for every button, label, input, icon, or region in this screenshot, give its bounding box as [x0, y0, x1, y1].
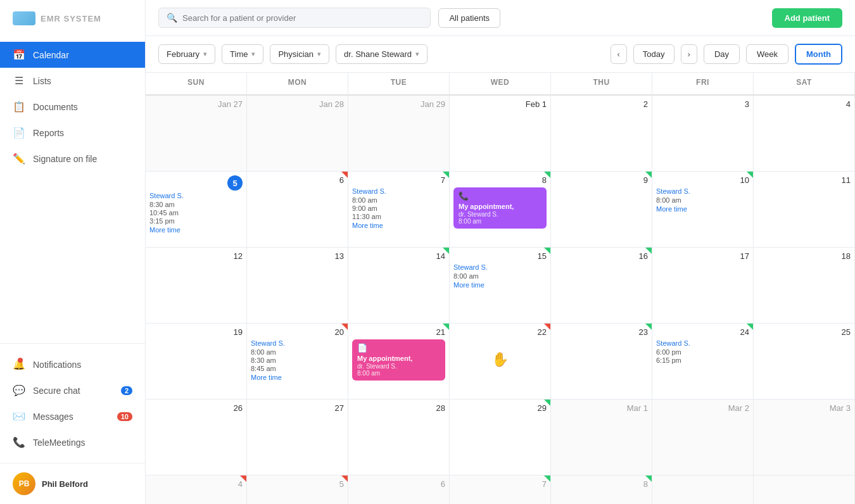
cal-day[interactable]: 6: [247, 172, 348, 248]
sidebar-item-reports[interactable]: 📄 Reports: [0, 120, 145, 146]
more-time-link[interactable]: More time: [149, 226, 243, 234]
today-button[interactable]: Today: [633, 44, 674, 64]
appointment-time: 8:00 am: [352, 196, 445, 204]
doctor-filter[interactable]: dr. Shane Steward ▾: [336, 44, 428, 64]
day-number: 22: [453, 327, 547, 337]
sidebar-item-signature[interactable]: ✏️ Signature on file: [0, 146, 145, 172]
sidebar-item-notifications[interactable]: 🔔 Notifications: [0, 351, 145, 377]
corner-indicator: [747, 324, 753, 330]
cal-day[interactable]: 2: [551, 96, 652, 172]
week-view-button[interactable]: Week: [746, 44, 788, 64]
sidebar-item-secure-chat[interactable]: 💬 Secure chat 2: [0, 377, 145, 403]
cal-day[interactable]: Jan 29: [348, 96, 450, 172]
more-time-link[interactable]: More time: [453, 281, 547, 289]
cal-day[interactable]: 5 Steward S. 8:30 am 10:45 am 3:15 pm Mo…: [146, 172, 247, 248]
cal-day[interactable]: Mar 3: [754, 400, 855, 476]
month-filter[interactable]: February ▾: [158, 44, 215, 64]
more-time-link[interactable]: More time: [251, 374, 344, 381]
all-patients-button[interactable]: All patients: [438, 8, 500, 28]
corner-indicator: [544, 172, 550, 178]
cal-day[interactable]: 29: [450, 400, 551, 476]
user-name: Phil Belford: [42, 479, 88, 489]
time-filter[interactable]: Time ▾: [222, 44, 263, 64]
cal-day[interactable]: Feb 1: [450, 96, 551, 172]
appointment-name: Steward S.: [656, 187, 749, 195]
cal-day[interactable]: Jan 27: [146, 96, 247, 172]
sidebar-item-lists[interactable]: ☰ Lists: [0, 68, 145, 94]
cal-day[interactable]: 13: [247, 248, 348, 324]
day-number: Feb 1: [453, 99, 547, 109]
cal-day[interactable]: 28: [348, 400, 450, 476]
cal-day[interactable]: 8 📞 My appointment, dr. Steward S. 8:00 …: [450, 172, 551, 248]
cal-day[interactable]: 26: [146, 400, 247, 476]
cal-day[interactable]: 10 Steward S. 8:00 am More time: [652, 172, 754, 248]
more-time-link[interactable]: More time: [656, 205, 749, 213]
time-label: Time: [230, 49, 248, 59]
corner-indicator: [544, 476, 550, 482]
sidebar-item-label: Documents: [33, 102, 78, 112]
physician-filter[interactable]: Physician ▾: [270, 44, 329, 64]
prev-month-button[interactable]: ‹: [611, 44, 627, 64]
cal-day[interactable]: 9: [551, 172, 652, 248]
cal-day[interactable]: Mar 2: [652, 400, 754, 476]
logo-icon: [13, 11, 35, 25]
cal-day[interactable]: 8: [551, 476, 652, 504]
day-number: 10: [656, 175, 749, 185]
cal-day[interactable]: Mar 1: [551, 400, 652, 476]
cal-day[interactable]: 7: [450, 476, 551, 504]
cal-day[interactable]: 7 Steward S. 8:00 am 9:00 am 11:30 am Mo…: [348, 172, 450, 248]
day-view-button[interactable]: Day: [704, 44, 740, 64]
cal-day[interactable]: 14: [348, 248, 450, 324]
sidebar-item-telemeetings[interactable]: 📞 TeleMeetings: [0, 429, 145, 455]
user-profile[interactable]: PB Phil Belford: [0, 463, 145, 504]
add-patient-button[interactable]: Add patient: [772, 8, 843, 28]
next-month-button[interactable]: ›: [681, 44, 697, 64]
appointment-time: 10:45 am: [149, 209, 243, 217]
sidebar-item-messages[interactable]: ✉️ Messages 10: [0, 403, 145, 429]
chevron-down-icon: ▾: [415, 50, 419, 58]
cal-day[interactable]: 17: [652, 248, 754, 324]
cal-day[interactable]: 20 Steward S. 8:00 am 8:30 am 8:45 am Mo…: [247, 324, 348, 400]
appointment-card[interactable]: 📞 My appointment, dr. Steward S. 8:00 am: [453, 187, 547, 229]
appointment-name: Steward S.: [352, 187, 445, 195]
cal-day[interactable]: 4: [754, 96, 855, 172]
cal-day[interactable]: 6: [348, 476, 450, 504]
day-header-mon: Mon: [247, 73, 348, 96]
cal-day[interactable]: 22 ✋: [450, 324, 551, 400]
cal-day[interactable]: 27: [247, 400, 348, 476]
more-time-link[interactable]: More time: [352, 222, 445, 229]
cal-day[interactable]: 12: [146, 248, 247, 324]
cal-day[interactable]: 24 Steward S. 6:00 pm 6:15 pm: [652, 324, 754, 400]
cal-day[interactable]: 19: [146, 324, 247, 400]
month-view-button[interactable]: Month: [795, 44, 842, 65]
cal-day[interactable]: 11: [754, 172, 855, 248]
cal-day[interactable]: 3: [652, 96, 754, 172]
cal-day[interactable]: [652, 476, 754, 504]
cal-day[interactable]: 16: [551, 248, 652, 324]
day-number: 6: [352, 479, 445, 489]
cal-day[interactable]: Jan 28: [247, 96, 348, 172]
notification-dot: [18, 358, 23, 363]
corner-indicator: [341, 172, 348, 178]
appointment-card[interactable]: 📄 My appointment, dr. Steward S. 8:00 am: [352, 339, 445, 381]
cal-day[interactable]: 15 Steward S. 8:00 am More time: [450, 248, 551, 324]
corner-indicator: [240, 476, 246, 482]
cal-day[interactable]: [754, 476, 855, 504]
day-header-thu: Thu: [551, 73, 652, 96]
search-input[interactable]: [182, 13, 422, 23]
cal-day[interactable]: 4: [146, 476, 247, 504]
cal-day[interactable]: 25: [754, 324, 855, 400]
appointment-name: Steward S.: [656, 339, 749, 347]
sidebar-item-documents[interactable]: 📋 Documents: [0, 94, 145, 120]
day-number: 7: [453, 479, 547, 489]
cal-day[interactable]: 5: [247, 476, 348, 504]
day-header-fri: Fri: [652, 73, 754, 96]
chevron-down-icon: ▾: [317, 50, 321, 58]
corner-indicator: [645, 324, 652, 330]
cal-day[interactable]: 23: [551, 324, 652, 400]
day-number: 16: [555, 251, 648, 261]
cal-day[interactable]: 18: [754, 248, 855, 324]
cal-day[interactable]: 21 📄 My appointment, dr. Steward S. 8:00…: [348, 324, 450, 400]
search-box[interactable]: 🔍: [158, 8, 431, 28]
sidebar-item-calendar[interactable]: 📅 Calendar: [0, 42, 145, 68]
